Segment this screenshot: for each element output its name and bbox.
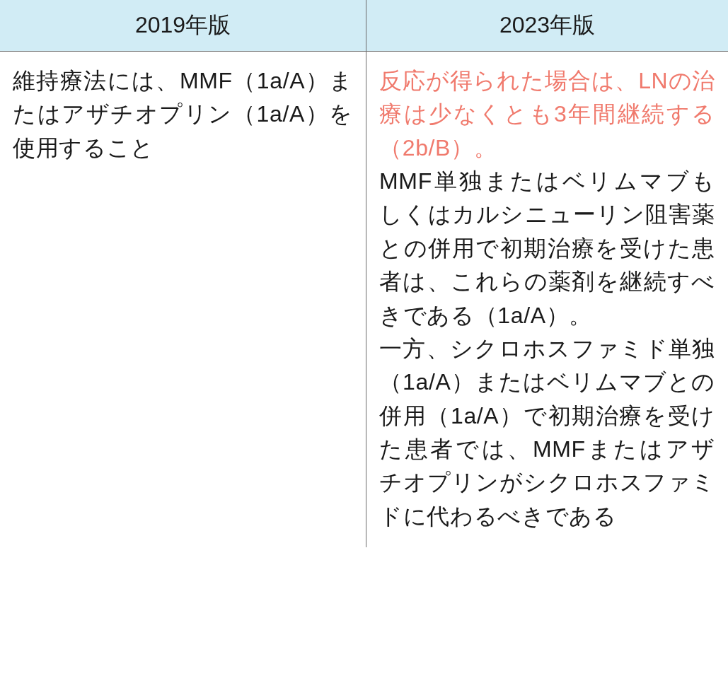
- cell-2023: 反応が得られた場合は、LNの治療は少なくとも3年間継続する（2b/B）。MMF単…: [366, 52, 728, 548]
- cell-2019: 維持療法には、MMF（1a/A）またはアザチオプリン（1a/A）を使用すること: [0, 52, 366, 548]
- header-2023: 2023年版: [366, 0, 728, 52]
- table-row: 維持療法には、MMF（1a/A）またはアザチオプリン（1a/A）を使用すること …: [0, 52, 728, 548]
- header-2019: 2019年版: [0, 0, 366, 52]
- comparison-table: 2019年版 2023年版 維持療法には、MMF（1a/A）またはアザチオプリン…: [0, 0, 728, 547]
- highlighted-text: 反応が得られた場合は、LNの治療は少なくとも3年間継続する（2b/B）。: [379, 68, 715, 161]
- table-header-row: 2019年版 2023年版: [0, 0, 728, 52]
- plain-text: MMF単独またはベリムマブもしくはカルシニューリン阻害薬との併用で初期治療を受け…: [379, 168, 715, 529]
